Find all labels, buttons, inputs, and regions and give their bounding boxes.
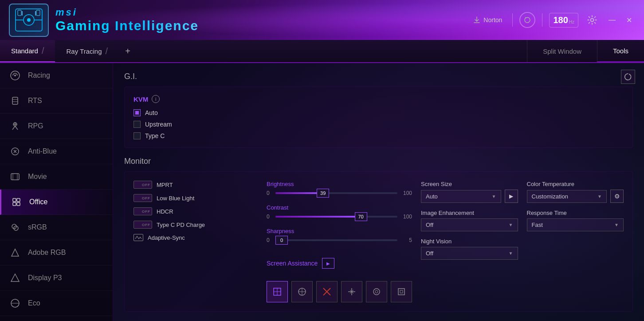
adaptive-sync-icon (134, 234, 143, 241)
svg-rect-21 (17, 202, 20, 206)
screen-icon-crosshair-circle[interactable] (366, 281, 387, 302)
brightness-track[interactable]: 39 (275, 192, 397, 194)
sidebar-item-anti-blue[interactable]: Anti-Blue (0, 139, 113, 164)
sidebar-item-adobe-rgb[interactable]: Adobe RGB (0, 240, 113, 266)
reset-button[interactable] (621, 70, 635, 84)
settings-button[interactable] (585, 13, 599, 27)
screen-size-select-row: Auto ▼ ▶ (421, 190, 518, 203)
sidebar-item-eco[interactable]: Eco (0, 291, 113, 316)
sidebar-label-movie: Movie (28, 173, 47, 181)
sidebar-item-rpg[interactable]: RPG (0, 114, 113, 139)
screen-icon-crosshair-square[interactable] (391, 281, 412, 302)
radio-type-c[interactable] (134, 132, 141, 139)
kvm-option-auto[interactable]: Auto (134, 109, 624, 116)
svg-rect-6 (36, 10, 40, 16)
kvm-option-type-c[interactable]: Type C (134, 132, 624, 139)
divider-2 (542, 13, 542, 27)
rpg-icon (9, 120, 21, 132)
screen-size-chevron: ▼ (492, 194, 496, 199)
sidebar-item-racing[interactable]: Racing (0, 63, 113, 88)
color-temperature-select[interactable]: Customization ▼ (527, 190, 607, 203)
norton-download-icon (473, 16, 481, 24)
sidebar-item-office[interactable]: Office (0, 190, 113, 215)
screen-size-label: Screen Size (421, 181, 518, 187)
norton-label: Norton (483, 16, 502, 24)
refresh-button[interactable] (519, 12, 535, 28)
hdcr-toggle[interactable]: OFF (134, 207, 152, 215)
screen-icon-crosshair-solid[interactable] (267, 281, 288, 302)
hz-display: 180 Hz (549, 13, 578, 28)
image-enhancement-group: Image Enhancement Off ▼ (421, 210, 518, 231)
response-time-select[interactable]: Fast ▼ (527, 218, 624, 231)
image-enhancement-select[interactable]: Off ▼ (421, 218, 518, 231)
contrast-track[interactable]: 70 (275, 216, 397, 218)
tab-split-window[interactable]: Split Window (527, 40, 597, 62)
srgb-icon (9, 221, 21, 234)
low-blue-light-toggle[interactable]: OFF (134, 194, 152, 202)
sharpness-thumb[interactable]: 0 (275, 236, 288, 245)
sidebar-item-rts[interactable]: RTS (0, 88, 113, 114)
screen-icons-row (267, 281, 412, 302)
kvm-info-button[interactable]: i (152, 95, 160, 103)
color-temperature-gear-button[interactable]: ⚙ (610, 190, 624, 203)
svg-rect-10 (12, 97, 18, 104)
tab-add-button[interactable]: + (119, 40, 137, 62)
screen-size-group: Screen Size Auto ▼ ▶ (421, 181, 518, 203)
toggle-list: OFF MPRT OFF Low Blue Light OFF (134, 181, 258, 302)
norton-button[interactable]: Norton (469, 14, 506, 26)
toggle-adaptive-sync[interactable]: Adaptive-Sync (134, 234, 258, 241)
sidebar-item-srgb[interactable]: sRGB (0, 215, 113, 240)
racing-icon (9, 69, 21, 82)
gi-title: G.I. (124, 72, 633, 81)
sliders-column: Brightness 0 39 100 (267, 181, 412, 302)
screen-size-select[interactable]: Auto ▼ (421, 190, 501, 203)
radio-upstream[interactable] (134, 121, 141, 128)
tab-tools[interactable]: Tools (597, 40, 644, 62)
night-vision-label: Night Vision (421, 238, 518, 245)
toggle-type-c-pd[interactable]: OFF Type C PD Charge (134, 221, 258, 229)
low-blue-light-label: Low Blue Light (157, 195, 194, 202)
sidebar-item-movie[interactable]: Movie (0, 164, 113, 190)
office-icon (10, 196, 23, 208)
hz-unit: Hz (569, 20, 574, 24)
brightness-max: 100 (401, 190, 412, 196)
mprt-toggle[interactable]: OFF (134, 181, 152, 189)
sharpness-track[interactable]: 0 (275, 239, 397, 241)
response-time-label: Response Time (527, 210, 624, 216)
brand-name: msi (55, 7, 199, 18)
brightness-thumb[interactable]: 39 (317, 189, 329, 198)
night-vision-select[interactable]: Off ▼ (421, 247, 518, 260)
type-c-pd-toggle[interactable]: OFF (134, 221, 152, 229)
toggle-low-blue-light[interactable]: OFF Low Blue Light (134, 194, 258, 202)
svg-point-4 (27, 18, 31, 22)
screen-icon-crosshair-plus[interactable] (291, 281, 313, 302)
radio-upstream-label: Upstream (145, 121, 172, 128)
toggle-hdcr[interactable]: OFF HDCR (134, 207, 258, 215)
sidebar-label-rts: RTS (28, 97, 42, 105)
screen-size-play-button[interactable]: ▶ (505, 190, 518, 203)
brightness-min: 0 (267, 190, 272, 196)
tab-slash-1: / (42, 46, 44, 56)
tab-ray-tracing[interactable]: Ray Tracing / (55, 40, 119, 62)
kvm-option-upstream[interactable]: Upstream (134, 121, 624, 128)
tab-right-area: Split Window Tools (527, 40, 644, 62)
brightness-slider-row: 0 39 100 (267, 190, 412, 196)
color-temp-select-row: Customization ▼ ⚙ (527, 190, 624, 203)
toggle-mprt[interactable]: OFF MPRT (134, 181, 258, 189)
app-logo (9, 4, 49, 37)
monitor-section: Monitor OFF MPRT OFF Low Blue Light (124, 157, 633, 312)
sidebar-item-display-p3[interactable]: Display P3 (0, 266, 113, 291)
tab-standard[interactable]: Standard / (0, 40, 55, 62)
screen-assistance-play-button[interactable]: ▶ (322, 258, 334, 269)
tab-slash-2: / (106, 46, 108, 56)
radio-auto[interactable] (134, 109, 141, 116)
contrast-thumb[interactable]: 70 (355, 212, 367, 221)
reset-icon (624, 73, 632, 81)
sidebar-label-display-p3: Display P3 (28, 274, 62, 282)
night-vision-chevron: ▼ (509, 251, 513, 256)
close-button[interactable]: ✕ (623, 14, 635, 26)
screen-icon-crosshair-dot[interactable] (341, 281, 362, 302)
screen-icon-crosshair-x[interactable] (316, 281, 338, 302)
tab-bar: Standard / Ray Tracing / + Split Window … (0, 40, 644, 63)
minimize-button[interactable]: — (606, 14, 618, 26)
